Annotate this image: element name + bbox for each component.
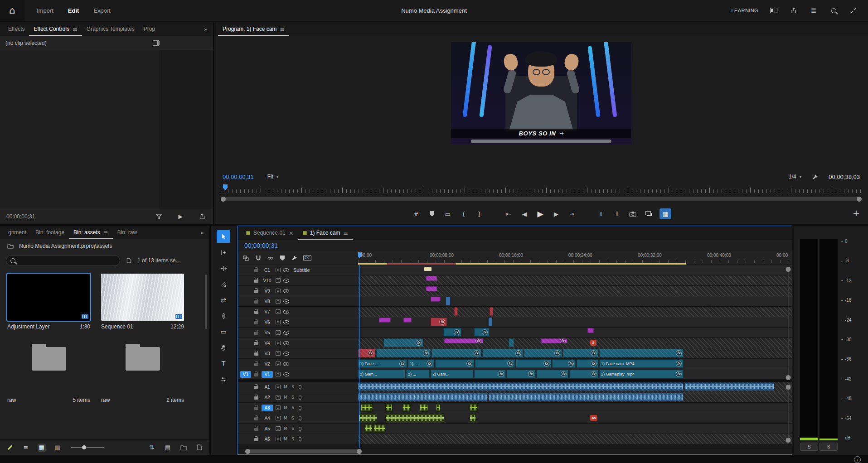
- clip[interactable]: [489, 393, 684, 401]
- toggle-track-output-icon[interactable]: [283, 372, 289, 376]
- clip[interactable]: [490, 307, 493, 316]
- panel-menu-icon[interactable]: ≡: [343, 230, 348, 236]
- lock-icon[interactable]: [254, 321, 258, 324]
- toggle-track-output-icon[interactable]: [283, 362, 289, 366]
- sync-lock-icon[interactable]: [276, 362, 281, 366]
- track-target-c1[interactable]: C1: [262, 267, 273, 274]
- clip[interactable]: fx: [516, 359, 551, 368]
- mark-in-icon[interactable]: {: [459, 208, 469, 219]
- clip[interactable]: [359, 414, 377, 422]
- tab-overflow-icon[interactable]: »: [204, 26, 209, 33]
- track-target-v2[interactable]: V2: [262, 361, 273, 367]
- toggle-track-output-icon[interactable]: [283, 331, 289, 335]
- selection-tool[interactable]: [217, 230, 230, 243]
- timeline-settings-wrench-icon[interactable]: [291, 254, 298, 263]
- panel-stack-icon[interactable]: ≣: [809, 6, 818, 15]
- search-box[interactable]: [6, 255, 120, 266]
- bin-tab-bin-footage[interactable]: Bin: footage: [31, 226, 69, 239]
- solo-button[interactable]: S: [291, 395, 295, 400]
- clip[interactable]: [426, 286, 437, 291]
- timeline-tab-1-face-cam[interactable]: 1) Face cam≡: [298, 226, 353, 240]
- menu-tab-edit[interactable]: Edit: [62, 5, 85, 17]
- track-target-v1[interactable]: V1: [262, 371, 273, 378]
- filter-icon[interactable]: [154, 212, 163, 221]
- clip[interactable]: fx: [443, 328, 461, 337]
- lock-icon[interactable]: [254, 311, 258, 314]
- tab-graphics-templates[interactable]: Graphics Templates: [82, 22, 139, 36]
- workspace-icon[interactable]: [769, 6, 778, 15]
- linked-selection-icon[interactable]: [267, 254, 274, 263]
- track-select-forward-tool[interactable]: [217, 246, 230, 259]
- clip-2-gameplay-mp4[interactable]: 2) Gameplay .mp4fx: [599, 370, 684, 378]
- lock-icon[interactable]: [254, 407, 258, 410]
- razor-tool[interactable]: [217, 278, 230, 290]
- clip[interactable]: fx: [552, 359, 576, 368]
- clip[interactable]: 2: [590, 340, 596, 346]
- sync-lock-icon[interactable]: [276, 385, 281, 389]
- lock-icon[interactable]: [254, 352, 258, 356]
- sync-lock-icon[interactable]: [276, 289, 281, 293]
- item-name[interactable]: Sequence 01: [101, 323, 133, 330]
- play-in-to-out-icon[interactable]: ▶: [176, 212, 185, 221]
- toggle-track-output-icon[interactable]: [283, 289, 289, 293]
- clip[interactable]: [470, 414, 476, 422]
- sync-lock-icon[interactable]: [276, 330, 281, 335]
- track-target-v7[interactable]: V7: [262, 309, 273, 315]
- lock-icon[interactable]: [254, 438, 258, 441]
- new-item-icon[interactable]: [195, 444, 204, 452]
- freeform-view-icon[interactable]: ▥: [53, 444, 62, 452]
- lock-icon[interactable]: [254, 332, 258, 335]
- source-patch-c1[interactable]: [240, 267, 251, 274]
- clip[interactable]: fx: [563, 349, 598, 357]
- add-button[interactable]: +: [853, 208, 860, 218]
- timeline-view-toggle-icon[interactable]: [153, 40, 160, 46]
- search-input[interactable]: [19, 257, 116, 264]
- clip[interactable]: fx: [474, 328, 490, 337]
- add-marker-icon[interactable]: [279, 254, 286, 263]
- source-patch-v9[interactable]: [240, 288, 251, 294]
- item-name[interactable]: Adjustment Layer: [7, 323, 49, 330]
- clip[interactable]: fx: [507, 370, 536, 378]
- track-target-v10[interactable]: V10: [262, 277, 273, 284]
- fit-dropdown[interactable]: Fit ▾: [267, 174, 279, 180]
- clip[interactable]: [436, 403, 441, 412]
- source-patch-a3[interactable]: [240, 405, 251, 411]
- solo-button[interactable]: S: [800, 443, 818, 451]
- track-target-a4[interactable]: A4: [262, 415, 273, 422]
- export-frame-icon[interactable]: [628, 208, 638, 219]
- bin-item-sequence-01[interactable]: Sequence 0112;29: [101, 274, 184, 330]
- thumbnail-size-slider[interactable]: [71, 447, 104, 448]
- learning-button[interactable]: LEARNING: [732, 8, 758, 13]
- hand-tool[interactable]: [217, 341, 230, 354]
- clip[interactable]: [470, 403, 478, 412]
- playhead-line[interactable]: [359, 265, 359, 448]
- clip[interactable]: [385, 414, 444, 422]
- clip[interactable]: [402, 403, 411, 412]
- menu-tab-import[interactable]: Import: [31, 5, 59, 17]
- clip[interactable]: fx: [358, 349, 375, 357]
- panel-menu-icon[interactable]: ≡: [73, 26, 78, 33]
- step-forward-icon[interactable]: ▶: [551, 208, 561, 219]
- sync-lock-icon[interactable]: [276, 395, 281, 400]
- info-icon[interactable]: i: [854, 456, 861, 463]
- mute-button[interactable]: M: [283, 395, 288, 400]
- bin-tab-gnment[interactable]: gnment: [4, 226, 31, 239]
- clip[interactable]: fx: [577, 359, 598, 368]
- clip[interactable]: fx: [474, 370, 506, 378]
- track-target-v3[interactable]: V3: [262, 350, 273, 357]
- sync-lock-icon[interactable]: [276, 405, 281, 410]
- sync-lock-icon[interactable]: [276, 416, 281, 420]
- clip[interactable]: [446, 297, 450, 305]
- clip-1[interactable]: 1) ...fx: [408, 359, 434, 368]
- track-target-a6[interactable]: A6: [262, 436, 273, 443]
- mute-button[interactable]: M: [283, 437, 288, 441]
- rectangle-tool[interactable]: ▭: [217, 325, 230, 338]
- source-patch-v8[interactable]: [240, 298, 251, 305]
- new-bin-icon[interactable]: [179, 444, 188, 452]
- source-patch-v10[interactable]: [240, 277, 251, 284]
- voiceover-record-icon[interactable]: [299, 437, 301, 441]
- voiceover-record-icon[interactable]: [299, 416, 301, 420]
- sync-lock-icon[interactable]: [276, 268, 281, 272]
- source-patch-v1[interactable]: V1: [240, 371, 251, 378]
- track-target-v9[interactable]: V9: [262, 288, 273, 294]
